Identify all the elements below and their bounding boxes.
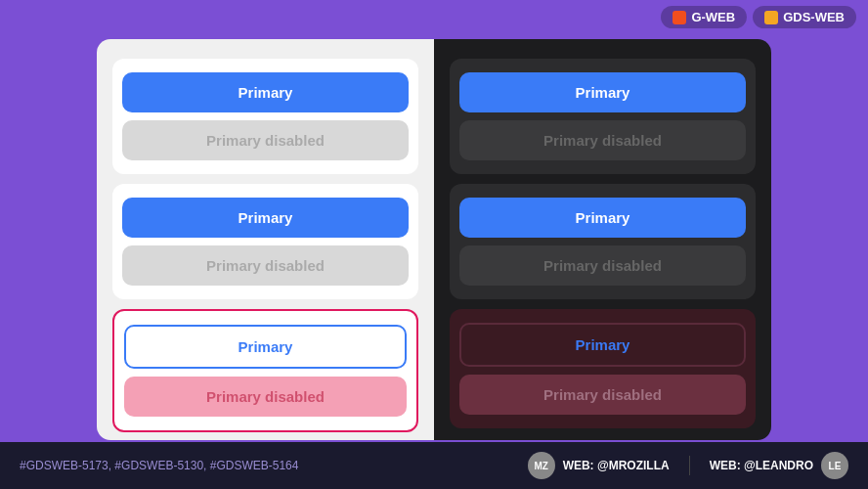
user1-avatar: MZ — [528, 452, 555, 479]
gweb-label: G-WEB — [691, 10, 735, 24]
user2: WEB: @LEANDRO LE — [710, 452, 848, 479]
gweb-button[interactable]: G-WEB — [661, 6, 747, 28]
light-disabled-btn-3: Primary disabled — [124, 377, 407, 417]
light-section-3: Primary Primary disabled — [112, 309, 418, 432]
light-section-2: Primary Primary disabled — [112, 184, 418, 299]
light-section-1: Primary Primary disabled — [112, 59, 418, 174]
light-disabled-btn-1: Primary disabled — [122, 120, 409, 160]
dark-panel: Primary Primary disabled Primary Primary… — [434, 39, 771, 440]
dark-disabled-btn-3: Primary disabled — [459, 375, 746, 415]
user2-label: WEB: @LEANDRO — [710, 459, 813, 472]
dark-primary-btn-1[interactable]: Primary — [459, 72, 746, 112]
dark-section-2: Primary Primary disabled — [450, 184, 756, 299]
top-bar: G-WEB GDS-WEB — [649, 0, 868, 34]
light-primary-btn-1[interactable]: Primary — [122, 72, 409, 112]
dark-disabled-btn-2: Primary disabled — [459, 245, 746, 286]
bottom-bar: #GDSWEB-5173, #GDSWEB-5130, #GDSWEB-5164… — [0, 442, 868, 489]
main-area: Primary Primary disabled Primary Primary… — [97, 39, 771, 440]
gdsweb-button[interactable]: GDS-WEB — [753, 6, 856, 28]
gdsweb-label: GDS-WEB — [783, 10, 845, 24]
dark-primary-btn-3[interactable]: Primary — [459, 323, 746, 367]
figma-icon — [673, 11, 686, 24]
user1: MZ WEB: @MROZILLA — [528, 452, 670, 479]
light-disabled-btn-2: Primary disabled — [122, 245, 409, 286]
ticket-ids: #GDSWEB-5173, #GDSWEB-5130, #GDSWEB-5164 — [20, 459, 298, 472]
light-primary-btn-3[interactable]: Primary — [124, 325, 407, 369]
user-divider — [689, 456, 690, 475]
user1-label: WEB: @MROZILLA — [563, 459, 670, 472]
light-primary-btn-2[interactable]: Primary — [122, 198, 409, 238]
dark-section-1: Primary Primary disabled — [450, 59, 756, 174]
dark-primary-btn-2[interactable]: Primary — [459, 198, 746, 238]
dark-disabled-btn-1: Primary disabled — [459, 120, 746, 160]
light-panel: Primary Primary disabled Primary Primary… — [97, 39, 434, 440]
dark-section-3: Primary Primary disabled — [450, 309, 756, 428]
bottom-right: MZ WEB: @MROZILLA WEB: @LEANDRO LE — [528, 452, 848, 479]
user2-avatar: LE — [821, 452, 848, 479]
gds-icon — [764, 11, 778, 24]
